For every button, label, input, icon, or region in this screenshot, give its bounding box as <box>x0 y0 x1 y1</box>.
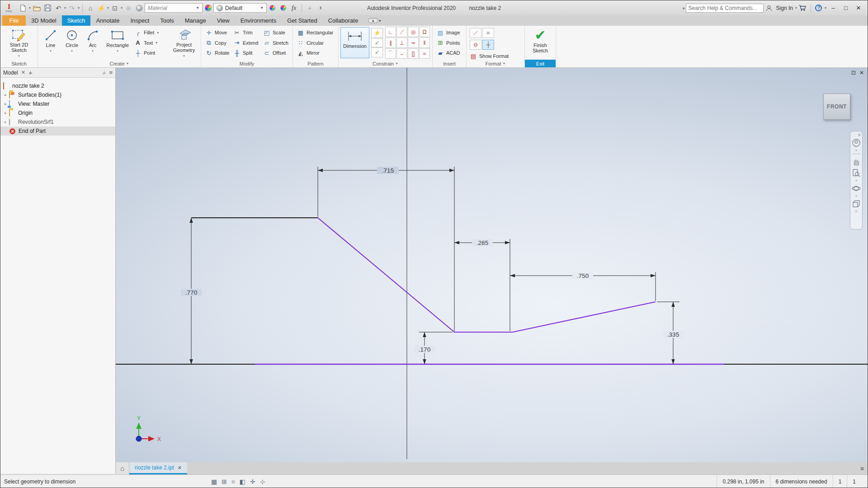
construction-line-button[interactable]: ⟋ <box>470 28 481 38</box>
constraint-collinear-icon[interactable]: ⟋ <box>396 27 407 37</box>
constraint-settings-button[interactable]: ✓ <box>371 47 383 57</box>
fillet-button[interactable]: ╭ Fillet ▾ <box>134 28 168 37</box>
adjust-appearance-icon[interactable] <box>267 3 277 14</box>
orbit-icon[interactable] <box>852 183 861 194</box>
minimize-button[interactable]: – <box>827 3 840 14</box>
tab-3d-model[interactable]: 3D Model <box>26 15 62 26</box>
help-icon[interactable]: ? <box>814 3 824 14</box>
image-button[interactable]: ▨Image <box>437 28 462 37</box>
color-wheel-icon[interactable] <box>203 3 213 14</box>
tree-item-surface-bodies[interactable]: + Surface Bodies(1) <box>0 90 115 99</box>
navigation-wheel-icon[interactable] <box>852 137 861 149</box>
expand-plus-icon[interactable]: + <box>3 111 7 116</box>
rotate-button[interactable]: ↻Rotate <box>205 48 230 57</box>
constraint-symmetric-icon[interactable]: [] <box>408 48 419 59</box>
constraint-concentric-icon[interactable]: ◎ <box>408 27 419 37</box>
driven-dimension-button[interactable]: ⌗ <box>482 28 494 38</box>
dropdown-caret[interactable]: ▾ <box>117 48 118 54</box>
dropdown-caret[interactable]: ▾ <box>18 53 20 59</box>
dropdown-caret[interactable]: ▾ <box>50 48 52 54</box>
document-tab-active[interactable]: nozzle take 2.ipt ✕ <box>129 462 187 474</box>
constraint-parallel-icon[interactable]: ∥ <box>385 38 396 48</box>
constraint-tangent-icon[interactable]: ⌒ <box>385 48 396 59</box>
finish-sketch-button[interactable]: ✔ Finish Sketch <box>527 27 553 59</box>
tab-file[interactable]: File <box>2 15 26 26</box>
constraint-inference-icon[interactable]: ⊞ <box>222 478 227 486</box>
circle-button[interactable]: Circle ▾ <box>61 27 83 59</box>
quick-measure-icon[interactable]: ⚡ <box>96 3 106 14</box>
expand-plus-icon[interactable]: + <box>3 102 7 107</box>
tree-item-view-master[interactable]: + View: Master <box>0 99 115 108</box>
new-file-caret[interactable]: ▾ <box>29 6 31 10</box>
show-constraints-button[interactable]: ✓ <box>371 38 383 48</box>
dimension-value-770[interactable]: .770 <box>185 289 197 296</box>
circular-pattern-button[interactable]: ∷Circular <box>297 38 334 47</box>
acad-button[interactable]: ▰ACAD <box>437 48 462 57</box>
project-geometry-button[interactable]: Project Geometry ▾ <box>170 27 198 59</box>
degrees-of-freedom-icon[interactable]: ⊹ <box>260 478 265 486</box>
tree-item-revolutionsrf1[interactable]: + RevolutionSrf1 <box>0 117 115 127</box>
browser-tab-model[interactable]: Model <box>3 70 18 76</box>
browser-search-icon[interactable]: ⌕ <box>103 69 106 76</box>
sketch-profile-purple[interactable] <box>318 218 656 332</box>
extend-button[interactable]: ⇥Extend <box>233 38 259 47</box>
expand-plus-icon[interactable]: + <box>3 93 7 98</box>
constraint-equal-icon[interactable]: = <box>419 48 430 59</box>
zoom-select-caret[interactable]: ▾ <box>121 6 123 10</box>
measure-caret[interactable]: ▾ <box>107 6 109 10</box>
save-icon[interactable] <box>42 3 52 14</box>
new-file-icon[interactable] <box>18 3 28 14</box>
dropdown-caret[interactable]: ▾ <box>183 53 185 59</box>
store-cart-icon[interactable] <box>798 3 808 14</box>
move-button[interactable]: ✛Move <box>205 28 230 37</box>
document-restore-icon[interactable]: ⊡ <box>851 70 856 76</box>
points-button[interactable]: ⊞Points <box>437 38 462 47</box>
copy-button[interactable]: ⧉Copy <box>205 38 230 47</box>
add-command-icon[interactable]: + <box>305 3 315 14</box>
undo-caret[interactable]: ▾ <box>64 6 66 10</box>
dimension-value-715[interactable]: .715 <box>382 167 394 174</box>
panel-label-create[interactable]: Create▼ <box>38 60 201 67</box>
dimension-button[interactable]: Dimension <box>341 28 369 58</box>
pan-hand-icon[interactable] <box>852 155 861 167</box>
slice-graphics-icon[interactable]: ◧ <box>240 478 245 486</box>
search-input[interactable] <box>686 4 764 13</box>
browser-menu-icon[interactable]: ≡ <box>109 69 113 76</box>
show-format-button[interactable]: ▤Show Format <box>470 52 509 61</box>
customize-toolbar-icon[interactable]: ⇟ <box>316 3 326 14</box>
center-point-button[interactable]: ┼ <box>482 40 494 50</box>
tab-get-started[interactable]: Get Started <box>282 15 322 26</box>
redo-icon[interactable]: ↷ <box>67 3 77 14</box>
text-button[interactable]: A Text ▾ <box>134 38 168 47</box>
maximize-button[interactable]: □ <box>840 3 852 14</box>
dropdown-caret[interactable]: ▾ <box>71 48 73 54</box>
expand-plus-icon[interactable]: + <box>3 120 7 125</box>
document-close-icon[interactable]: ✕ <box>859 70 864 76</box>
dimension-value-750[interactable]: .750 <box>577 272 589 279</box>
dimension-value-285[interactable]: .285 <box>476 239 488 246</box>
auto-dimension-button[interactable]: ⚡ <box>371 28 383 38</box>
zoom-icon[interactable] <box>852 167 861 179</box>
sketch-canvas[interactable]: ⊡ ✕ <box>116 68 868 462</box>
constraint-coincident-icon[interactable]: ∟ <box>385 27 396 37</box>
open-folder-icon[interactable] <box>32 3 42 14</box>
text-caret[interactable]: ▾ <box>156 41 157 45</box>
tab-sketch[interactable]: Sketch <box>62 15 91 26</box>
dropdown-caret[interactable]: ▾ <box>92 48 94 54</box>
line-button[interactable]: Line ▾ <box>40 27 61 59</box>
fillet-caret[interactable]: ▾ <box>157 31 159 35</box>
browser-add-tab-icon[interactable]: + <box>28 69 33 76</box>
tree-item-origin[interactable]: + Origin <box>0 108 115 117</box>
point-button[interactable]: ┼ Point <box>134 48 168 57</box>
home-tab-button[interactable]: ⌂ <box>116 462 129 474</box>
dimension-display-icon[interactable]: ⌗ <box>231 478 235 486</box>
clear-appearance-icon[interactable] <box>278 3 288 14</box>
help-caret[interactable]: ▾ <box>825 6 826 10</box>
tab-environments[interactable]: Environments <box>235 15 282 26</box>
stretch-button[interactable]: ▱Stretch <box>263 38 288 47</box>
undo-icon[interactable]: ↶ <box>53 3 63 14</box>
appearance-dropdown[interactable]: Default ▼ <box>213 3 267 13</box>
resize-grip[interactable] <box>861 475 868 488</box>
look-at-icon[interactable] <box>852 198 861 210</box>
tree-item-root[interactable]: nozzle take 2 <box>0 81 115 90</box>
